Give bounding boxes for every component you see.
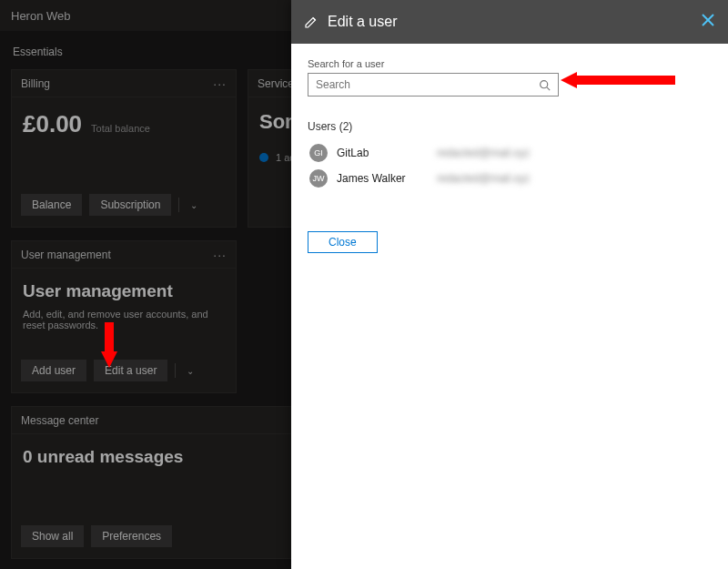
annotation-arrow — [561, 72, 675, 88]
user-row[interactable]: GI GitLab redacted@mail.xyz — [308, 140, 712, 166]
panel-title: Edit a user — [328, 14, 397, 30]
close-icon[interactable] — [701, 13, 715, 31]
search-label: Search for a user — [308, 58, 712, 69]
avatar: JW — [309, 169, 328, 188]
pencil-icon — [304, 15, 318, 29]
search-icon — [539, 79, 551, 91]
user-row[interactable]: JW James Walker redacted@mail.xyz — [308, 166, 712, 191]
user-search-input[interactable] — [316, 78, 539, 91]
users-count-heading: Users (2) — [308, 120, 712, 133]
avatar: GI — [309, 144, 328, 162]
user-name: GitLab — [337, 147, 428, 159]
panel-header: Edit a user — [291, 0, 728, 44]
svg-line-5 — [547, 86, 550, 89]
user-search-box[interactable] — [308, 73, 559, 97]
user-email: redacted@mail.xyz — [437, 147, 530, 159]
close-button[interactable]: Close — [308, 231, 378, 253]
user-email: redacted@mail.xyz — [437, 172, 530, 185]
svg-point-4 — [541, 80, 548, 87]
annotation-arrow — [101, 322, 117, 368]
user-name: James Walker — [337, 172, 428, 185]
